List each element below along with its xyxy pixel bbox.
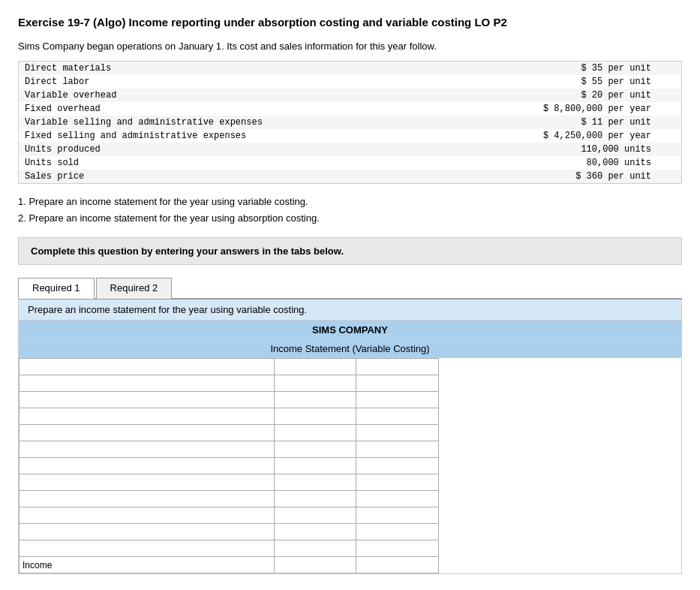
cost-label: Units produced xyxy=(19,143,383,156)
complete-box-text: Complete this question by entering your … xyxy=(31,245,344,257)
is-row-label-5[interactable] xyxy=(20,441,275,458)
is-row-label-4[interactable] xyxy=(20,425,275,441)
is-data-row xyxy=(20,392,439,408)
tabs-row: Required 1 Required 2 xyxy=(18,277,682,300)
intro-text: Sims Company began operations on January… xyxy=(18,41,682,52)
is-data-row xyxy=(20,458,439,474)
income-label-cell: Income xyxy=(20,557,275,573)
cost-info-table: Direct materials $ 35 per unit Direct la… xyxy=(18,61,682,184)
is-row-col2-1[interactable] xyxy=(356,375,439,392)
cost-label: Variable overhead xyxy=(19,89,383,102)
is-row-col2-6[interactable] xyxy=(356,458,439,474)
is-data-row xyxy=(20,425,439,441)
instructions: 1. Prepare an income statement for the y… xyxy=(18,194,682,227)
is-row-label-11[interactable] xyxy=(20,540,275,557)
is-row-col2-5[interactable] xyxy=(356,441,439,458)
is-data-row xyxy=(20,408,439,425)
is-row-col1-3[interactable] xyxy=(274,408,356,425)
page-title: Exercise 19-7 (Algo) Income reporting un… xyxy=(18,15,682,30)
is-row-col2-9[interactable] xyxy=(356,507,439,524)
is-row-label-2[interactable] xyxy=(20,392,275,408)
is-row-label-10[interactable] xyxy=(20,524,275,540)
cost-value: $ 360 per unit xyxy=(383,170,682,184)
cost-label: Fixed overhead xyxy=(19,102,383,116)
is-row-col1-0[interactable] xyxy=(274,359,356,375)
cost-row: Fixed overhead $ 8,800,000 per year xyxy=(19,102,682,116)
tab-required-1[interactable]: Required 1 xyxy=(18,278,95,299)
cost-row: Variable selling and administrative expe… xyxy=(19,116,682,129)
is-company-name: SIMS COMPANY xyxy=(19,321,681,340)
is-row-col1-10[interactable] xyxy=(274,524,356,540)
is-row-col2-2[interactable] xyxy=(356,392,439,408)
cost-row: Units produced 110,000 units xyxy=(19,143,682,156)
cost-row: Direct materials $ 35 per unit xyxy=(19,61,682,75)
is-row-col1-5[interactable] xyxy=(274,441,356,458)
instruction-2: 2. Prepare an income statement for the y… xyxy=(18,211,682,227)
is-row-col1-9[interactable] xyxy=(274,507,356,524)
is-row-label-6[interactable] xyxy=(20,458,275,474)
is-row-col1-4[interactable] xyxy=(274,425,356,441)
income-row: Income xyxy=(20,557,439,573)
is-grid-wrapper: Income xyxy=(19,358,681,573)
tabs-container: Required 1 Required 2 Prepare an income … xyxy=(18,277,682,574)
is-data-row xyxy=(20,359,439,375)
is-row-col2-7[interactable] xyxy=(356,474,439,491)
cost-row: Units sold 80,000 units xyxy=(19,156,682,170)
is-row-col1-11[interactable] xyxy=(274,540,356,557)
is-row-col1-7[interactable] xyxy=(274,474,356,491)
is-data-row xyxy=(20,524,439,540)
is-row-label-0[interactable] xyxy=(20,359,275,375)
is-title: Income Statement (Variable Costing) xyxy=(19,340,681,358)
is-row-col1-6[interactable] xyxy=(274,458,356,474)
cost-value: $ 55 per unit xyxy=(383,75,682,89)
tab-required-2[interactable]: Required 2 xyxy=(96,278,173,299)
cost-label: Fixed selling and administrative expense… xyxy=(19,129,383,143)
cost-value: $ 20 per unit xyxy=(383,89,682,102)
is-row-col1-8[interactable] xyxy=(274,491,356,507)
cost-row: Variable overhead $ 20 per unit xyxy=(19,89,682,102)
is-row-label-9[interactable] xyxy=(20,507,275,524)
cost-label: Units sold xyxy=(19,156,383,170)
cost-label: Direct materials xyxy=(19,61,383,75)
is-row-col2-4[interactable] xyxy=(356,425,439,441)
is-row-label-1[interactable] xyxy=(20,375,275,392)
cost-row: Fixed selling and administrative expense… xyxy=(19,129,682,143)
complete-box: Complete this question by entering your … xyxy=(18,237,682,265)
cost-value: 110,000 units xyxy=(383,143,682,156)
is-row-col1-1[interactable] xyxy=(274,375,356,392)
is-data-row xyxy=(20,441,439,458)
is-row-col2-8[interactable] xyxy=(356,491,439,507)
is-row-label-3[interactable] xyxy=(20,408,275,425)
is-data-row xyxy=(20,474,439,491)
cost-value: $ 11 per unit xyxy=(383,116,682,129)
is-row-col1-2[interactable] xyxy=(274,392,356,408)
is-row-col2-10[interactable] xyxy=(356,524,439,540)
is-row-label-7[interactable] xyxy=(20,474,275,491)
cost-value: $ 4,250,000 per year xyxy=(383,129,682,143)
is-data-row xyxy=(20,375,439,392)
tab-content: Prepare an income statement for the year… xyxy=(18,300,682,574)
cost-label: Direct labor xyxy=(19,75,383,89)
income-statement-area: SIMS COMPANY Income Statement (Variable … xyxy=(19,321,681,573)
cost-value: $ 35 per unit xyxy=(383,61,682,75)
is-row-col2-11[interactable] xyxy=(356,540,439,557)
cost-row: Sales price $ 360 per unit xyxy=(19,170,682,184)
is-row-col2-3[interactable] xyxy=(356,408,439,425)
is-data-row xyxy=(20,507,439,524)
cost-value: $ 8,800,000 per year xyxy=(383,102,682,116)
instruction-1: 1. Prepare an income statement for the y… xyxy=(18,194,682,210)
income-col2-cell[interactable] xyxy=(356,557,439,573)
cost-label: Sales price xyxy=(19,170,383,184)
tab-description: Prepare an income statement for the year… xyxy=(19,300,681,321)
cost-row: Direct labor $ 55 per unit xyxy=(19,75,682,89)
is-row-col2-0[interactable] xyxy=(356,359,439,375)
cost-label: Variable selling and administrative expe… xyxy=(19,116,383,129)
is-data-row xyxy=(20,491,439,507)
is-row-label-8[interactable] xyxy=(20,491,275,507)
cost-value: 80,000 units xyxy=(383,156,682,170)
income-col1-cell[interactable] xyxy=(274,557,356,573)
is-grid: Income xyxy=(19,358,439,573)
is-data-row xyxy=(20,540,439,557)
